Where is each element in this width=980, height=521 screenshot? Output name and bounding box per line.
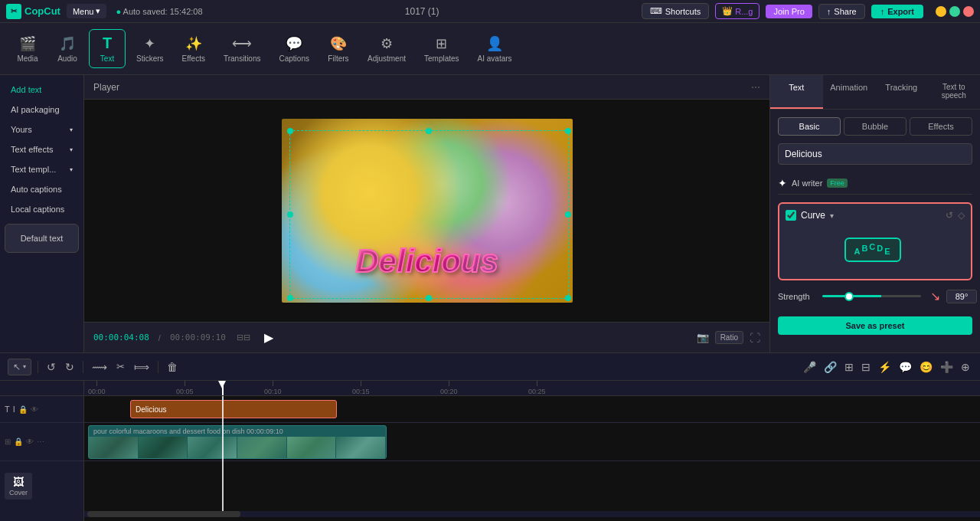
image-icon: 🖼 — [13, 476, 24, 488]
style-tab-effects[interactable]: Effects — [910, 117, 972, 136]
curve-label: Curve — [801, 210, 825, 221]
video-thumb-3 — [188, 437, 237, 458]
cover-label: Cover — [9, 489, 28, 496]
tool-stickers[interactable]: ✦ Stickers — [129, 31, 172, 67]
ruler-mark-5: 00:25 — [528, 381, 546, 395]
strength-slider[interactable] — [822, 295, 921, 297]
timeline-right-tools: 🎤 🔗 ⊞ ⊟ ⚡ 💬 😊 ➕ ⊕ — [801, 359, 972, 375]
split-button[interactable]: ✂ — [114, 359, 127, 375]
autosave-status: ● Auto saved: 15:42:08 — [116, 7, 202, 16]
chevron-down-icon: ▾ — [23, 363, 26, 370]
tool-templates[interactable]: ⊞ Templates — [416, 31, 467, 67]
add-track-button[interactable]: ➕ — [938, 359, 956, 375]
adjustment-icon: ⚙ — [381, 35, 393, 52]
lock-icon2[interactable]: 🔒 — [14, 437, 23, 446]
logo-icon: ✂ — [6, 4, 21, 19]
tool-effects[interactable]: ✨ Effects — [175, 31, 213, 67]
fullscreen-icon[interactable]: ⛶ — [750, 332, 760, 344]
yours-button[interactable]: Yours ▾ — [5, 121, 79, 138]
video-thumb-4 — [237, 437, 287, 458]
right-panel: Text Animation Tracking Text to speech B… — [769, 75, 980, 352]
text-track-icon: T — [5, 405, 10, 414]
tab-text[interactable]: Text — [770, 75, 823, 109]
settings-icon[interactable]: ⊕ — [959, 359, 972, 375]
play-button[interactable]: ▶ — [260, 329, 278, 347]
menu-button[interactable]: Menu ▾ — [67, 4, 107, 18]
diamond-icon[interactable]: ◇ — [958, 210, 965, 221]
timeline-scrollbar[interactable] — [84, 511, 980, 517]
link-button[interactable]: 🔗 — [822, 359, 839, 375]
ai-writer-icon: ✦ — [778, 177, 787, 189]
style-tab-basic[interactable]: Basic — [778, 117, 841, 136]
scrollbar-thumb[interactable] — [87, 511, 240, 517]
ratio-button[interactable]: Ratio — [715, 331, 743, 344]
chevron-down-icon: ▾ — [70, 146, 73, 153]
share-button[interactable]: ↑ Share — [818, 4, 865, 19]
default-text-preset[interactable]: Default text — [5, 224, 79, 253]
strength-value: 89° — [946, 290, 977, 303]
auto-captions-button[interactable]: Auto captions — [5, 181, 79, 198]
speed-button[interactable]: ⚡ — [876, 359, 893, 375]
curve-checkbox[interactable] — [786, 210, 796, 221]
text-effects-button[interactable]: Text effects ▾ — [5, 141, 79, 158]
tab-text-to-speech[interactable]: Text to speech — [928, 75, 981, 109]
player-controls: 00:00:04:08 / 00:00:09:10 ⊟⊟ ▶ 📷 Ratio ⛶ — [84, 322, 769, 352]
templates-icon: ⊞ — [436, 35, 447, 52]
maximize-button[interactable] — [949, 6, 960, 17]
export-button[interactable]: ↑ Export — [871, 5, 923, 18]
undo-icon[interactable]: ↺ — [946, 210, 953, 221]
player-menu-icon[interactable]: ⋯ — [751, 82, 760, 93]
undo-button[interactable]: ↺ — [44, 359, 58, 375]
join-pro-button[interactable]: Join Pro — [766, 5, 812, 18]
mic-button[interactable]: 🎤 — [801, 359, 818, 375]
tool-ai-avatars[interactable]: 👤 AI avatars — [470, 31, 520, 67]
redo-button[interactable]: ↻ — [63, 359, 77, 375]
lock-icon[interactable]: ⊞ — [5, 437, 11, 446]
curve-section: Curve ▾ ↺ ◇ ABCDE — [778, 202, 972, 280]
text-clip-delicious[interactable]: Delicious — [130, 400, 337, 418]
arrow-indicator: ↘ — [930, 289, 940, 303]
tool-transitions[interactable]: ⟷ Transitions — [216, 31, 269, 67]
eye-icon[interactable]: 👁 — [31, 405, 38, 414]
split-left-button[interactable]: ⟿ — [90, 359, 109, 375]
local-captions-button[interactable]: Local captions — [5, 201, 79, 218]
emoji-button[interactable]: 😊 — [917, 359, 935, 375]
ai-packaging-button[interactable]: AI packaging — [5, 101, 79, 118]
select-tool-button[interactable]: ↖ ▾ — [8, 359, 31, 375]
screenshot-icon[interactable]: 📷 — [697, 332, 709, 343]
more-icon[interactable]: ⋯ — [37, 437, 44, 446]
style-tab-bubble[interactable]: Bubble — [844, 117, 906, 136]
tool-adjustment[interactable]: ⚙ Adjustment — [360, 31, 413, 67]
curve-arc-option[interactable]: ABCDE — [844, 238, 900, 262]
stickers-icon: ✦ — [144, 35, 155, 52]
tab-tracking[interactable]: Tracking — [875, 75, 928, 109]
text-input-field[interactable] — [778, 143, 972, 165]
pro-account-button[interactable]: 👑 R...g — [715, 3, 760, 19]
video-clip[interactable]: pour colorful macaroons and dessert food… — [88, 425, 387, 459]
split-right-button[interactable]: ⟾ — [132, 359, 152, 375]
shortcuts-button[interactable]: ⌨ Shortcuts — [642, 3, 709, 19]
save-as-preset-button[interactable]: Save as preset — [778, 316, 972, 335]
close-button[interactable] — [963, 6, 974, 17]
video-clip-label: pour colorful macaroons and dessert food… — [89, 426, 386, 437]
delete-button[interactable]: 🗑 — [165, 359, 180, 375]
tool-captions[interactable]: 💬 Captions — [272, 31, 317, 67]
minimize-button[interactable] — [936, 6, 946, 17]
tab-animation[interactable]: Animation — [823, 75, 876, 109]
video-thumb-5 — [287, 437, 337, 458]
split-v-button[interactable]: ⊟ — [859, 359, 873, 375]
merge-button[interactable]: ⊞ — [842, 359, 856, 375]
tool-audio[interactable]: 🎵 Audio — [49, 31, 86, 67]
caption-button[interactable]: 💬 — [897, 359, 914, 375]
eye-icon2[interactable]: 👁 — [26, 437, 34, 446]
video-thumb-6 — [336, 437, 386, 458]
playhead-ruler — [222, 381, 224, 395]
separator — [83, 361, 83, 373]
tool-media[interactable]: 🎬 Media — [9, 31, 46, 67]
tool-filters[interactable]: 🎨 Filters — [320, 31, 357, 67]
tool-text[interactable]: T Text — [89, 29, 126, 68]
lock-icon[interactable]: 🔒 — [18, 405, 28, 414]
text-templates-button[interactable]: Text templ... ▾ — [5, 161, 79, 178]
add-text-button[interactable]: Add text — [5, 81, 79, 98]
ruler-mark-4: 00:20 — [440, 381, 458, 395]
